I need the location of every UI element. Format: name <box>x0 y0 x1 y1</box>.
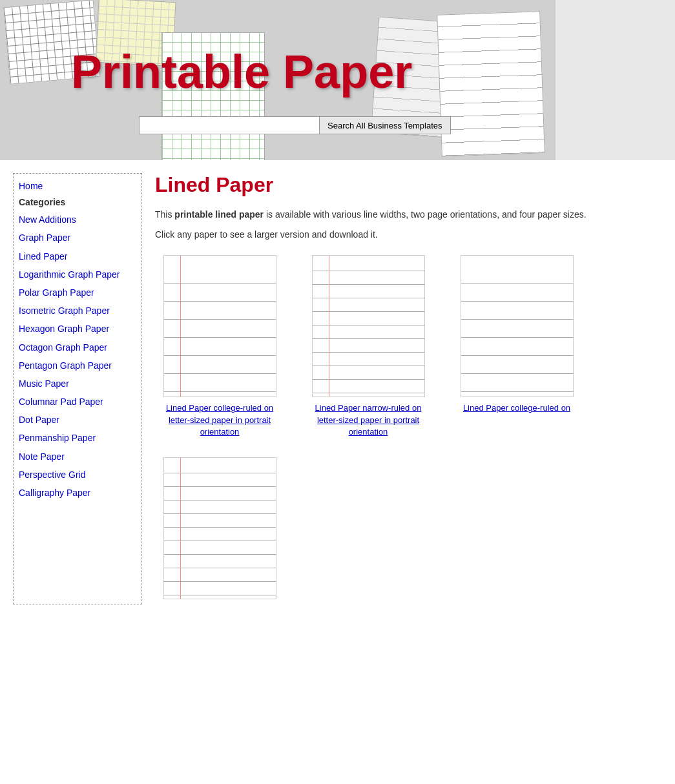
paper-thumb-narrow-portrait[interactable] <box>312 255 425 397</box>
paper-item-narrow-landscape <box>155 457 284 604</box>
page-title: Lined Paper <box>155 173 662 197</box>
sidebar-nav: New AdditionsGraph PaperLined PaperLogar… <box>19 214 136 499</box>
sidebar-item-logarithmic-graph-paper[interactable]: Logarithmic Graph Paper <box>19 269 136 280</box>
description-bold: printable lined paper <box>174 209 264 220</box>
page-header: Printable Paper Search All Business Temp… <box>0 0 675 160</box>
paper-caption-narrow-portrait[interactable]: Lined Paper narrow-ruled on letter-sized… <box>312 402 425 438</box>
search-input[interactable] <box>139 116 320 134</box>
sidebar-item-polar-graph-paper[interactable]: Polar Graph Paper <box>19 287 136 298</box>
paper-thumb-narrow-landscape[interactable] <box>163 457 276 599</box>
site-title: Printable Paper <box>71 45 412 98</box>
sidebar-item-pentagon-graph-paper[interactable]: Pentagon Graph Paper <box>19 360 136 371</box>
click-instruction: Click any paper to see a larger version … <box>155 229 662 240</box>
paper-grid: Lined Paper college-ruled on letter-size… <box>155 255 662 604</box>
header-paper-5 <box>437 11 545 156</box>
sidebar-item-home[interactable]: Home <box>19 180 136 192</box>
paper-caption-college-portrait[interactable]: Lined Paper college-ruled on letter-size… <box>163 402 276 438</box>
search-area: Search All Business Templates <box>139 116 451 134</box>
sidebar-item-lined-paper[interactable]: Lined Paper <box>19 251 136 262</box>
sidebar-item-graph-paper[interactable]: Graph Paper <box>19 232 136 243</box>
sidebar-item-note-paper[interactable]: Note Paper <box>19 451 136 462</box>
main-content: Lined Paper This printable lined paper i… <box>155 173 662 604</box>
sidebar-item-octagon-graph-paper[interactable]: Octagon Graph Paper <box>19 342 136 353</box>
paper-item-college-portrait: Lined Paper college-ruled on letter-size… <box>155 255 284 438</box>
description-text: This printable lined paper is available … <box>155 207 659 222</box>
sidebar-item-perspective-grid[interactable]: Perspective Grid <box>19 469 136 480</box>
paper-thumb-college-landscape[interactable] <box>461 255 574 397</box>
sidebar: Home Categories New AdditionsGraph Paper… <box>13 173 142 604</box>
paper-item-college-landscape: Lined Paper college-ruled on <box>452 255 581 438</box>
paper-item-narrow-portrait: Lined Paper narrow-ruled on letter-sized… <box>304 255 433 438</box>
sidebar-item-isometric-graph-paper[interactable]: Isometric Graph Paper <box>19 305 136 316</box>
description-rest: is available with various line widths, t… <box>264 209 587 220</box>
sidebar-item-new-additions[interactable]: New Additions <box>19 214 136 225</box>
sidebar-item-penmanship-paper[interactable]: Penmanship Paper <box>19 432 136 444</box>
sidebar-item-dot-paper[interactable]: Dot Paper <box>19 414 136 426</box>
sidebar-item-music-paper[interactable]: Music Paper <box>19 378 136 389</box>
description-intro: This <box>155 209 174 220</box>
paper-thumb-college-portrait[interactable] <box>163 255 276 397</box>
search-button[interactable]: Search All Business Templates <box>320 116 451 134</box>
sidebar-item-columnar-pad-paper[interactable]: Columnar Pad Paper <box>19 396 136 407</box>
paper-caption-college-landscape[interactable]: Lined Paper college-ruled on <box>463 402 570 414</box>
content-area: Home Categories New AdditionsGraph Paper… <box>0 173 675 604</box>
sidebar-item-hexagon-graph-paper[interactable]: Hexagon Graph Paper <box>19 323 136 335</box>
sidebar-item-calligraphy-paper[interactable]: Calligraphy Paper <box>19 487 136 499</box>
categories-label: Categories <box>19 197 136 207</box>
